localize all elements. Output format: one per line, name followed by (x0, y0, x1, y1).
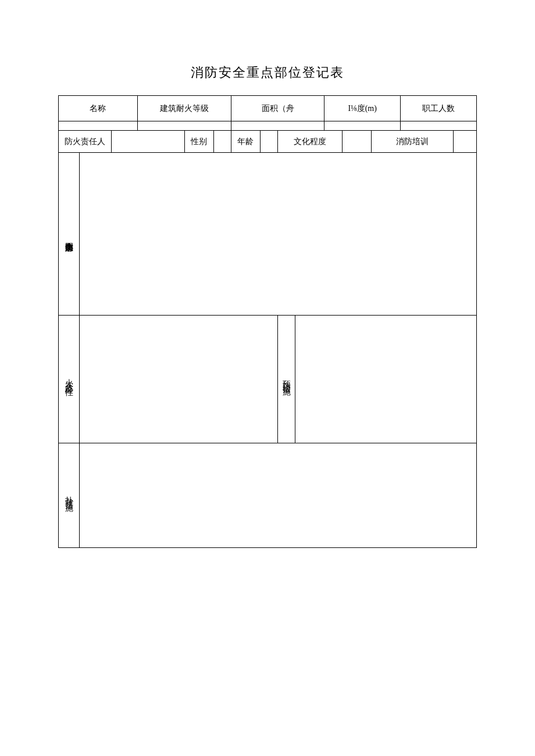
table-row-rescue: 扑救措施 (59, 443, 477, 548)
table-row-header2: 防火责任人 性别 年龄 文化程度 消防培训 (59, 131, 477, 153)
table-row-hazard: 火灾危险性 预防措施 (59, 316, 477, 443)
hazard-cell[interactable] (80, 316, 278, 443)
education-value[interactable] (342, 131, 371, 153)
registration-table: 名称 建筑耐火等级 面积（舟 I⅛度(m) 职工人数 防火责任人 性别 年龄 文… (58, 95, 477, 548)
training-label: 消防培训 (371, 131, 453, 153)
responsible-value[interactable] (111, 131, 184, 153)
area-value[interactable] (231, 121, 324, 131)
page-title: 消防安全重点部位登记表 (58, 64, 477, 81)
name-label: 名称 (59, 96, 138, 121)
education-label: 文化程度 (277, 131, 342, 153)
name-value[interactable] (59, 121, 138, 131)
table-row-values1 (59, 121, 477, 131)
prevention-label: 预防措施 (277, 316, 295, 443)
height-value[interactable] (324, 121, 401, 131)
age-label: 年龄 (231, 131, 260, 153)
hazard-label: 火灾危险性 (59, 316, 80, 443)
height-label: I⅛度(m) (324, 96, 401, 121)
training-value[interactable] (454, 131, 477, 153)
gender-value[interactable] (213, 131, 231, 153)
table-row-diagram: 防火部位小意图 (59, 153, 477, 316)
rescue-cell[interactable] (80, 443, 477, 548)
prevention-cell[interactable] (295, 316, 476, 443)
area-label: 面积（舟 (231, 96, 324, 121)
diagram-label: 防火部位小意图 (59, 153, 80, 316)
staff-value[interactable] (401, 121, 477, 131)
staff-label: 职工人数 (401, 96, 477, 121)
table-row-header1: 名称 建筑耐火等级 面积（舟 I⅛度(m) 职工人数 (59, 96, 477, 121)
fire-resistance-value[interactable] (137, 121, 231, 131)
responsible-label: 防火责任人 (59, 131, 112, 153)
diagram-cell[interactable] (80, 153, 477, 316)
rescue-label: 扑救措施 (59, 443, 80, 548)
age-value[interactable] (260, 131, 277, 153)
gender-label: 性别 (184, 131, 213, 153)
fire-resistance-label: 建筑耐火等级 (137, 96, 231, 121)
